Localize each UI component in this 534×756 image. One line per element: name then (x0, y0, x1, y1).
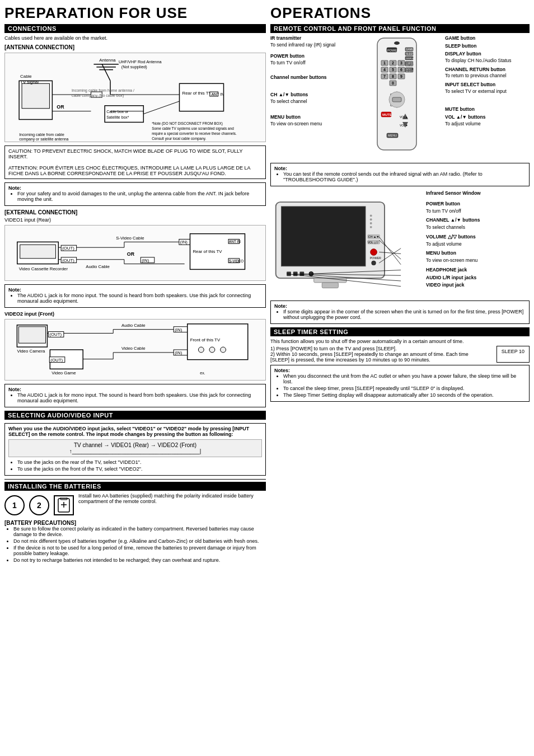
svg-text:Incoming cable from cable: Incoming cable from cable (19, 133, 64, 137)
vol-text: To adjust volume (445, 121, 481, 126)
sleep-display: SLEEP 10 (502, 349, 524, 354)
svg-text:Video Cable: Video Cable (121, 346, 146, 351)
svg-text:(OUT): (OUT) (62, 246, 74, 251)
svg-text:SLEEP: SLEEP (406, 53, 414, 55)
svg-text:5: 5 (392, 68, 394, 72)
svg-text:POWER: POWER (370, 256, 381, 260)
svg-text:3: 3 (400, 61, 402, 65)
svg-text:Video Game: Video Game (51, 370, 76, 375)
mute-bold: MUTE button (445, 106, 475, 112)
precaution-4: Do not try to recharge batteries not int… (13, 557, 266, 563)
power-label: POWER button To turn TV on/off (270, 53, 349, 67)
svg-text:OR: OR (57, 104, 64, 110)
svg-rect-133 (392, 97, 401, 102)
fp-power-label: POWER button To turn TV on/off (426, 200, 530, 215)
precaution-2: Do not mix different types of batteries … (13, 538, 266, 544)
svg-point-86 (221, 347, 226, 353)
svg-text:MENU: MENU (388, 134, 397, 137)
caution2-text: ATTENTION: POUR ÉVITER LES CHOC ÉLECTRIQ… (8, 165, 262, 176)
fp-pow-bold: POWER button (426, 201, 460, 206)
selecting-av-box: When you use the AUDIO/VIDEO input jacks… (4, 423, 266, 476)
fp-video-label: VIDEO input jack (426, 281, 530, 289)
svg-text:(OUT): (OUT) (50, 358, 63, 363)
svg-text:(IN): (IN) (175, 350, 182, 355)
fp-vol-text: To adjust volume (426, 241, 462, 247)
svg-text:0: 0 (392, 81, 394, 85)
svg-text:ANT IN: ANT IN (212, 92, 224, 96)
game-label: GAME button (445, 35, 530, 42)
sleep-display-box: SLEEP 10 (496, 346, 530, 363)
svg-text:Video Camera: Video Camera (17, 349, 45, 354)
remote-area: IR transmitter To send infrared ray (IR)… (270, 35, 530, 159)
svg-text:ANT IN: ANT IN (229, 240, 241, 243)
selecting-av-desc: When you use the AUDIO/VIDEO input jacks… (8, 426, 262, 437)
inp-sel-bold: INPUT SELECT button (445, 82, 495, 87)
remote-note-box: Note: You can test if the remote control… (270, 163, 530, 186)
svg-text:Rear of this TV: Rear of this TV (182, 91, 212, 96)
flow-diagram: TV channel → VIDEO1 (Rear) → VIDEO2 (Fro… (8, 439, 262, 457)
svg-text:Audio Cable: Audio Cable (86, 264, 110, 269)
fp-audio-bold: AUDIO L/R input jacks (426, 275, 476, 280)
ext-svg: Video Cassette Recorder S-Video Cable (I… (5, 226, 265, 280)
svg-text:1: 1 (383, 61, 386, 65)
remote-labels-right: GAME button SLEEP button DISPLAY button … (445, 35, 530, 159)
ch-ret-text: To return to previous channel (445, 73, 507, 78)
menu-text: To view on-screen menu (270, 121, 322, 126)
sleep-note-1: When you disconnect the unit from the AC… (283, 373, 526, 384)
svg-text:Antenna: Antenna (99, 58, 116, 63)
antenna-header: [ANTENNA CONNECTION] (4, 44, 266, 50)
svg-text:require a special converter to: require a special converter to receive t… (152, 132, 237, 136)
svg-point-147 (370, 226, 372, 228)
caution-box: CAUTION: TO PREVENT ELECTRIC SHOCK, MATC… (4, 145, 266, 179)
fp-ir-label: Infrared Sensor Window (426, 190, 530, 197)
sleep-note-3: The Sleep Timer Setting display will dis… (283, 392, 526, 398)
svg-rect-1 (22, 83, 49, 108)
flow-text: TV channel → VIDEO1 (Rear) → VIDEO2 (Fro… (74, 442, 196, 448)
inp-sel-text: To select TV or external input (445, 88, 507, 94)
svg-rect-143 (281, 206, 366, 266)
channel-num-label: Channel number buttons (270, 74, 349, 81)
svg-text:DISPLAY: DISPLAY (406, 57, 415, 60)
display-text: To display CH No./Audio Status (445, 58, 512, 63)
display-label: DISPLAY button To display CH No./Audio S… (445, 51, 530, 64)
remote-icon (56, 497, 72, 513)
svg-rect-15 (105, 106, 143, 123)
video2-diagram: Video Camera Video Game Audio Cable (IN)… (4, 319, 266, 381)
svg-text:8: 8 (392, 74, 394, 78)
svg-text:Incoming cable from home anten: Incoming cable from home antenna / (72, 88, 134, 93)
fp-menu-label: MENU button To view on-screen menu (426, 250, 530, 264)
battery-icons: 1 2 (4, 495, 74, 515)
sleep-step1: 1) Press [POWER] to turn on the TV and p… (270, 346, 488, 351)
svg-text:Audio Cable: Audio Cable (121, 323, 146, 328)
battery-1: 1 (4, 495, 25, 515)
sleep-label: SLEEP button (445, 43, 530, 50)
note1-text: For your safety and to avoid damages to … (17, 191, 262, 202)
menu-label: MENU button To view on-screen menu (270, 114, 349, 128)
svg-text:MUTE: MUTE (382, 113, 392, 116)
ir-label: IR transmitter To send infrared ray (IR)… (270, 35, 349, 49)
vol-bold: VOL ▲/▼ buttons (445, 114, 485, 120)
fp-note-text: If some digits appear in the corner of t… (283, 309, 526, 320)
right-title: OPERATIONS (270, 4, 530, 22)
external-header: [EXTERNAL CONNECTION] (4, 209, 266, 215)
svg-text:(OUT): (OUT) (62, 258, 74, 263)
svg-text:Video Cassette Recorder: Video Cassette Recorder (19, 266, 68, 271)
front-panel-area: CH ▲▼ VOL △▽ POWER (270, 190, 530, 297)
fp-ch-bold: CHANNEL ▲/▼ buttons (426, 217, 480, 223)
antenna-diagram: OR Rear of this TV ANT IN Cable box or S… (4, 53, 266, 142)
svg-text:VOL △▽: VOL △▽ (368, 241, 378, 244)
svg-text:*Note (DO NOT DISCONNECT FROM : *Note (DO NOT DISCONNECT FROM BOX) (152, 121, 223, 126)
batteries-section: INSTALLING THE BATTERIES 1 2 Install tw (4, 479, 266, 563)
svg-text:7: 7 (383, 74, 386, 78)
fp-ch-label: CHANNEL ▲/▼ buttons To select channels (426, 217, 530, 231)
svg-point-144 (370, 214, 372, 217)
svg-text:ex.: ex. (200, 371, 205, 375)
svg-text:VOL▲: VOL▲ (400, 115, 408, 119)
svg-point-146 (370, 222, 372, 224)
svg-text:9: 9 (400, 74, 402, 78)
svg-rect-160 (322, 283, 338, 288)
flow-arrow: ↑_______________________________________… (69, 448, 202, 454)
svg-text:Satellite box*: Satellite box* (106, 115, 129, 119)
tv-front-svg: CH ▲▼ VOL △▽ POWER (270, 190, 423, 296)
svg-text:CH ▲▼: CH ▲▼ (368, 235, 380, 238)
